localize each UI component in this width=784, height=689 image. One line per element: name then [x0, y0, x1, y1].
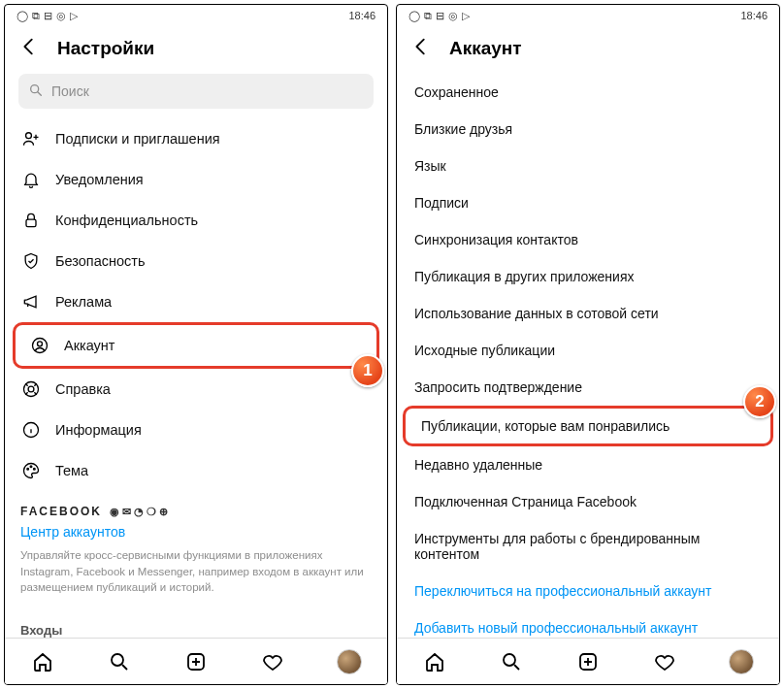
settings-list: Подписки и приглашения Уведомления Конфи…: [5, 118, 387, 638]
search-input[interactable]: Поиск: [18, 74, 374, 109]
logins-section-title: Входы: [5, 609, 387, 638]
palette-icon: [20, 460, 42, 481]
menu-label: Подписки и приглашения: [55, 131, 220, 147]
svg-point-8: [27, 469, 29, 471]
menu-label: Конфиденциальность: [55, 213, 198, 228]
item-branded-content-tools[interactable]: Инструменты для работы с брендированным …: [397, 520, 779, 573]
menu-label: Аккаунт: [64, 338, 114, 353]
facebook-brand-text: FACEBOOK: [20, 505, 102, 518]
item-captions[interactable]: Подписи: [397, 184, 779, 221]
status-bar: ◯⧉⊟◎▷ 18:46: [397, 5, 779, 26]
header: Аккаунт: [397, 26, 779, 74]
phone-settings: ◯⧉⊟◎▷ 18:46 Настройки Поиск Подписки и п…: [4, 4, 388, 685]
nav-search[interactable]: [499, 649, 524, 674]
header: Настройки: [5, 26, 387, 74]
back-button[interactable]: [410, 36, 432, 60]
nav-profile-avatar[interactable]: [729, 649, 754, 674]
user-plus-icon: [20, 128, 42, 149]
status-bar: ◯⧉⊟◎▷ 18:46: [5, 5, 387, 26]
menu-account[interactable]: Аккаунт: [21, 331, 371, 360]
svg-point-6: [28, 386, 34, 392]
item-contacts-sync[interactable]: Синхронизация контактов: [397, 221, 779, 258]
nav-activity[interactable]: [260, 649, 285, 674]
menu-label: Справка: [55, 381, 111, 397]
menu-subscriptions[interactable]: Подписки и приглашения: [5, 118, 387, 159]
svg-rect-2: [26, 219, 36, 227]
brand-product-icons: ◉ ✉ ◔ ❍ ⊕: [110, 506, 168, 518]
item-liked-posts[interactable]: Публикации, которые вам понравились: [409, 410, 767, 442]
svg-point-1: [26, 133, 32, 139]
svg-point-9: [30, 466, 32, 468]
highlight-account: Аккаунт 1: [13, 322, 379, 369]
item-recently-deleted[interactable]: Недавно удаленные: [397, 446, 779, 483]
info-icon: [20, 419, 42, 441]
nav-activity[interactable]: [652, 649, 677, 674]
menu-ads[interactable]: Реклама: [5, 281, 387, 322]
menu-label: Тема: [55, 463, 88, 478]
svg-point-4: [38, 342, 43, 346]
highlight-liked-posts: Публикации, которые вам понравились 2: [403, 406, 773, 446]
svg-point-13: [504, 654, 515, 666]
facebook-brand: FACEBOOK ◉ ✉ ◔ ❍ ⊕: [5, 491, 387, 520]
bell-icon: [20, 169, 42, 190]
link-add-professional[interactable]: Добавить новый профессиональный аккаунт: [397, 609, 779, 638]
item-share-other-apps[interactable]: Публикация в других приложениях: [397, 258, 779, 295]
item-connected-fb-page[interactable]: Подключенная Страница Facebook: [397, 483, 779, 520]
shield-check-icon: [20, 250, 42, 272]
search-placeholder: Поиск: [51, 83, 89, 99]
menu-privacy[interactable]: Конфиденциальность: [5, 200, 387, 241]
nav-home[interactable]: [422, 649, 447, 674]
back-button[interactable]: [18, 36, 40, 60]
item-request-verification[interactable]: Запросить подтверждение: [397, 369, 779, 406]
item-cellular-data[interactable]: Использование данных в сотовой сети: [397, 295, 779, 332]
menu-label: Безопасность: [55, 253, 146, 269]
bottom-nav: [397, 638, 779, 684]
item-saved[interactable]: Сохраненное: [397, 74, 779, 111]
status-left-icons: ◯⧉⊟◎▷: [408, 10, 470, 22]
nav-new-post[interactable]: [575, 649, 601, 674]
nav-home[interactable]: [30, 649, 55, 674]
accounts-center-link[interactable]: Центр аккаунтов: [5, 520, 387, 547]
link-switch-professional[interactable]: Переключиться на профессиональный аккаун…: [397, 573, 779, 609]
megaphone-icon: [20, 291, 42, 312]
menu-notifications[interactable]: Уведомления: [5, 159, 387, 200]
status-time: 18:46: [348, 10, 376, 21]
bottom-nav: [5, 638, 387, 684]
svg-point-0: [31, 84, 39, 92]
lock-icon: [20, 210, 42, 231]
page-title: Настройки: [57, 38, 154, 59]
menu-security[interactable]: Безопасность: [5, 241, 387, 281]
callout-badge-1: 1: [351, 354, 384, 387]
item-close-friends[interactable]: Близкие друзья: [397, 111, 779, 148]
menu-label: Реклама: [55, 294, 112, 310]
item-language[interactable]: Язык: [397, 148, 779, 184]
nav-search[interactable]: [107, 649, 132, 674]
nav-profile-avatar[interactable]: [337, 649, 362, 674]
item-original-posts[interactable]: Исходные публикации: [397, 332, 779, 369]
page-title: Аккаунт: [449, 38, 522, 59]
search-icon: [28, 82, 44, 101]
lifebuoy-icon: [20, 378, 42, 400]
nav-new-post[interactable]: [183, 649, 209, 674]
menu-label: Информация: [55, 422, 142, 438]
menu-help[interactable]: Справка: [5, 369, 387, 410]
callout-badge-2: 2: [743, 385, 776, 418]
account-list: Сохраненное Близкие друзья Язык Подписи …: [397, 74, 779, 638]
svg-point-11: [112, 654, 123, 666]
phone-account: ◯⧉⊟◎▷ 18:46 Аккаунт Сохраненное Близкие …: [396, 4, 780, 685]
menu-theme[interactable]: Тема: [5, 450, 387, 491]
accounts-center-desc: Управляйте кросс-сервисными функциями в …: [5, 547, 387, 609]
menu-info[interactable]: Информация: [5, 410, 387, 450]
status-left-icons: ◯⧉⊟◎▷: [16, 10, 78, 22]
svg-point-10: [34, 469, 36, 471]
user-circle-icon: [29, 335, 50, 356]
status-time: 18:46: [740, 10, 768, 21]
menu-label: Уведомления: [55, 172, 144, 187]
